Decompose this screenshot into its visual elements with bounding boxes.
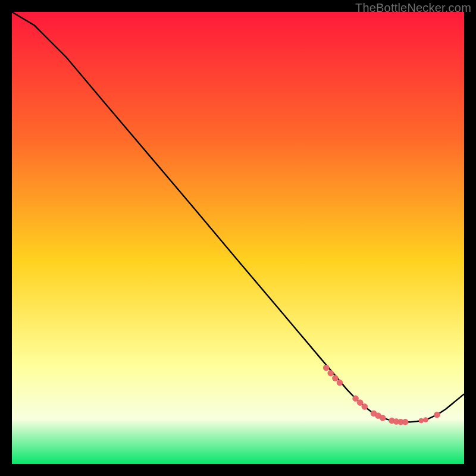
chart-stage: TheBottleNecker.com [0, 0, 476, 476]
bottleneck-chart [12, 12, 464, 464]
gradient-background [12, 12, 464, 464]
curve-marker [380, 415, 386, 421]
curve-marker [328, 370, 334, 376]
curve-marker [362, 403, 368, 409]
curve-marker [353, 396, 359, 402]
curve-marker [419, 418, 424, 423]
curve-marker [337, 380, 343, 386]
curve-marker [332, 375, 338, 381]
plot-area [12, 12, 464, 464]
curve-marker [402, 419, 408, 425]
curve-marker [423, 418, 428, 422]
curve-marker [434, 412, 440, 418]
curve-marker [323, 365, 329, 371]
curve-marker [357, 400, 363, 406]
